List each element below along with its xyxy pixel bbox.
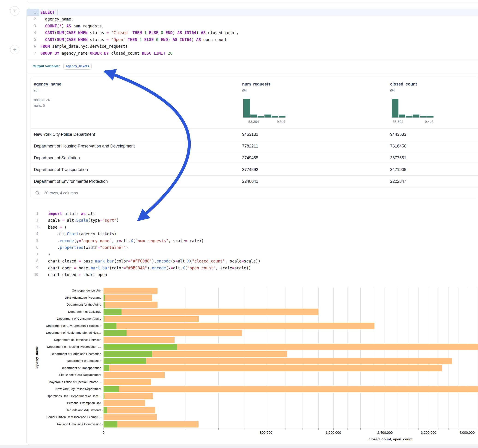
open_count-bar	[104, 386, 119, 392]
column-header-num-requests[interactable]: num_requests i64	[242, 77, 270, 92]
column-header-closed-count[interactable]: closed_count i64	[390, 77, 417, 92]
code-line[interactable]: 7GROUP BY agency_name ORDER BY closed_co…	[27, 50, 478, 57]
histogram-bar	[250, 115, 257, 118]
code-line[interactable]: 1⌄SELECT	[27, 9, 478, 16]
sql-code-editor[interactable]: 1⌄SELECT 2 agency_name,3 COUNT(*) AS num…	[27, 9, 478, 57]
table-row[interactable]: Department of Transportation377489234719…	[31, 164, 478, 175]
search-icon[interactable]	[35, 191, 40, 196]
line-number: 6	[27, 244, 42, 251]
column-header-agency-name[interactable]: agency_name str unique: 20 nulls: 0	[34, 77, 61, 107]
y-axis-label: Department of Transportation	[27, 366, 101, 370]
code-text: alt.Chart(agency_tickets)	[42, 232, 116, 236]
histogram-bar	[279, 116, 285, 118]
closed_count-bar	[104, 393, 153, 399]
code-text: .properties(width="container")	[42, 245, 128, 250]
y-axis-label: DHS Advantage Programs	[27, 296, 101, 299]
closed_count-bar	[104, 323, 374, 329]
code-line[interactable]: 4 alt.Chart(agency_tickets)	[27, 231, 478, 238]
chart-gridline	[448, 287, 448, 428]
x-axis-tick	[467, 428, 467, 429]
python-code-editor[interactable]: 1import altair as alt2scale = alt.Scale(…	[27, 210, 478, 278]
chart-gridline	[318, 287, 319, 428]
x-axis-tick	[347, 428, 347, 429]
x-axis-tick	[218, 428, 219, 429]
open_count-bar	[104, 344, 177, 350]
x-axis-tick-label: 4,000,000	[451, 430, 478, 434]
code-line[interactable]: 5 .encode(y="agency_name", x=alt.X("num_…	[27, 237, 478, 244]
y-axis-tick	[102, 319, 103, 319]
closed_count-bar	[104, 379, 151, 385]
code-text: chart_closed = base.mark_bar(color="#FFC…	[42, 259, 260, 263]
code-line[interactable]: 2scale = alt.Scale(type="sqrt")	[27, 217, 478, 224]
histogram-bar	[406, 116, 413, 118]
histogram-bar	[399, 115, 405, 118]
chart-gridline	[467, 287, 467, 428]
code-text: CAST(SUM(CASE WHEN status = 'Open' THEN …	[39, 37, 227, 42]
y-axis-tick	[102, 354, 103, 354]
table-cell: 3774892	[242, 164, 258, 175]
code-text: scale = alt.Scale(type="sqrt")	[42, 218, 119, 223]
code-line[interactable]: 10chart_closed + chart_open	[27, 272, 478, 278]
code-line[interactable]: 6FROM sample_data.nyc.service_requests	[27, 43, 478, 50]
open_count-bar	[104, 316, 104, 322]
y-axis-tick	[102, 291, 103, 291]
y-axis-tick	[102, 424, 103, 424]
code-line[interactable]: 2 agency_name,	[27, 16, 478, 23]
x-axis-tick-label: 2,400,000	[369, 430, 401, 434]
output-variable-pill[interactable]: agency_tickets	[63, 63, 92, 70]
table-row[interactable]: Department of Sanitation37494853677651	[31, 152, 478, 164]
table-row[interactable]: Department of Housing Preservation and D…	[31, 140, 478, 152]
y-axis-tick	[102, 368, 103, 368]
add-cell-button-top[interactable]: +	[10, 6, 19, 15]
add-cell-button-middle[interactable]: +	[10, 45, 19, 54]
chart-gridline	[266, 287, 266, 428]
y-axis-tick	[102, 340, 103, 340]
line-number: 2	[27, 217, 42, 224]
y-axis-label: Department for the Aging	[27, 303, 101, 306]
y-axis-tick	[102, 361, 103, 361]
code-line[interactable]: 5 CAST(SUM(CASE WHEN status = 'Open' THE…	[27, 36, 478, 43]
plus-icon: +	[13, 46, 16, 53]
table-cell: Department of Transportation	[34, 164, 88, 175]
dataframe-footer: 20 rows, 4 columns	[31, 187, 478, 198]
table-cell: New York City Police Department	[34, 129, 95, 140]
table-row[interactable]: New York City Police Department945313194…	[31, 128, 478, 140]
code-line[interactable]: 7)	[27, 251, 478, 258]
closed_count-bar	[104, 309, 318, 315]
histogram-bar	[258, 116, 264, 118]
open_count-bar	[104, 309, 121, 315]
table-row[interactable]: Department of Environmental Protection22…	[31, 175, 478, 187]
code-line[interactable]: 8chart_closed = base.mark_bar(color="#FF…	[27, 258, 478, 265]
code-line[interactable]: 3 COUNT(*) AS num_requests,	[27, 23, 478, 30]
output-variable-row: Output variable: agency_tickets	[27, 60, 478, 72]
code-line[interactable]: 6 .properties(width="container")	[27, 244, 478, 251]
code-line[interactable]: 9chart_open = base.mark_bar(color="#8BC3…	[27, 265, 478, 272]
table-cell: Department of Housing Preservation and D…	[34, 140, 135, 152]
y-axis-tick	[102, 312, 103, 312]
line-number: 5	[27, 36, 39, 43]
x-axis-line	[104, 428, 478, 428]
code-line[interactable]: 3⌄base = (	[27, 224, 478, 231]
table-cell: 2222847	[390, 176, 406, 187]
page-bottom-band	[0, 445, 478, 448]
x-axis-tick	[185, 428, 185, 429]
y-axis-tick	[102, 305, 103, 305]
x-axis-tick	[448, 428, 448, 429]
code-text: SELECT	[39, 10, 57, 15]
x-axis-tick	[266, 428, 266, 429]
num-requests-histogram	[243, 99, 285, 118]
histogram-bar	[264, 115, 271, 118]
histogram-bar	[413, 115, 419, 118]
code-line[interactable]: 4 CAST(SUM(CASE WHEN status = 'Closed' T…	[27, 30, 478, 36]
collapse-chevron-icon[interactable]: ⌄	[38, 226, 41, 228]
code-text: agency_name,	[39, 17, 73, 21]
chart-gridline	[285, 287, 285, 428]
chart-gridline	[244, 287, 245, 428]
open_count-bar	[104, 330, 126, 336]
code-line[interactable]: 1import altair as alt	[27, 210, 478, 217]
collapse-chevron-icon[interactable]: ⌄	[36, 11, 39, 14]
x-axis-tick-label: 1,600,000	[317, 430, 350, 434]
code-text: import altair as alt	[42, 211, 95, 216]
line-number: 9	[27, 265, 42, 272]
num-requests-histogram-range: 53,3049.5e6	[243, 120, 285, 124]
